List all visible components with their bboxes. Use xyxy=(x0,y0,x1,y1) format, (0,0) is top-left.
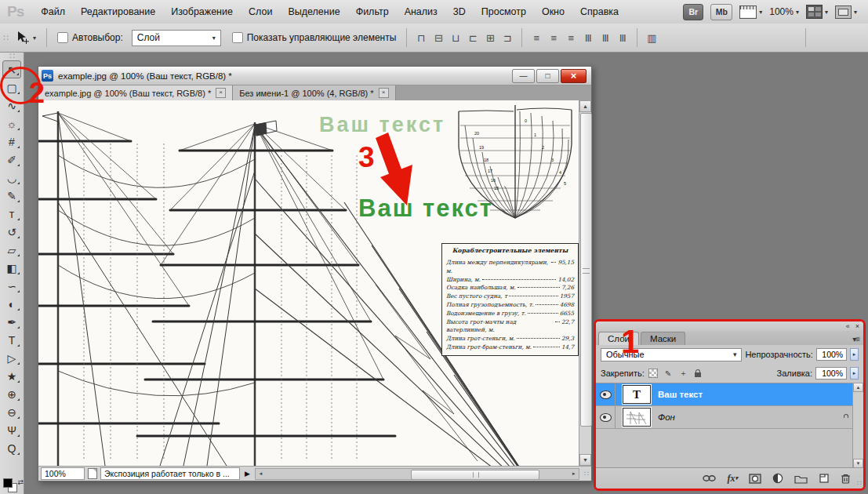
launch-bridge-button[interactable]: Br xyxy=(683,4,703,20)
eye-icon[interactable] xyxy=(600,390,612,399)
eraser-tool[interactable]: ▱ xyxy=(2,241,21,259)
scroll-left-icon[interactable]: ◂ xyxy=(256,469,266,479)
layer-row-text[interactable]: T Ваш текст xyxy=(596,383,852,406)
horizontal-scrollbar[interactable]: ◂ ▸ xyxy=(255,468,579,480)
new-group-icon[interactable] xyxy=(794,474,808,484)
document-tab-example[interactable]: example.jpg @ 100% (Ваш текст, RGB/8) * … xyxy=(38,85,233,100)
view-extras-dropdown[interactable]: ▾ xyxy=(739,5,762,19)
scroll-down-icon[interactable]: ▼ xyxy=(579,454,591,466)
delete-layer-icon[interactable] xyxy=(841,473,851,484)
dodge-tool[interactable]: ◐ xyxy=(2,295,21,313)
arrange-documents-dropdown[interactable]: ▾ xyxy=(806,5,828,19)
align-right-edges-icon[interactable]: ⊐ xyxy=(499,30,515,45)
close-button[interactable]: × xyxy=(561,69,587,83)
layer-style-icon[interactable]: fx▾ xyxy=(727,473,738,485)
distribute-bottom-edges-icon[interactable]: ≡ xyxy=(563,30,579,45)
eyedropper-tool[interactable]: ✐ xyxy=(2,151,21,169)
visibility-cell[interactable] xyxy=(596,383,616,405)
scroll-up-icon[interactable]: ▲ xyxy=(579,100,591,112)
zoom-level-dropdown[interactable]: 100% ▾ xyxy=(769,6,799,17)
opacity-field[interactable]: 100% xyxy=(816,348,847,361)
zoom-tool[interactable]: Q xyxy=(2,439,21,457)
panel-grip-icon[interactable]: ∷ xyxy=(0,53,24,59)
distribute-vertical-centers-icon[interactable]: ≡ xyxy=(546,30,561,45)
launch-mini-bridge-button[interactable]: Mb xyxy=(710,4,732,20)
color-swatches[interactable]: ⇄ xyxy=(3,478,22,494)
quick-selection-tool[interactable]: ☼ xyxy=(2,114,21,133)
pen-tool[interactable]: ✒ xyxy=(2,313,21,331)
current-tool-preset[interactable]: ▾ xyxy=(16,31,36,45)
opacity-spinner-icon[interactable]: ▸ xyxy=(850,348,859,361)
align-horizontal-centers-icon[interactable]: ⊞ xyxy=(482,30,498,45)
3d-rotate-tool[interactable]: ⊕ xyxy=(2,385,21,403)
lock-position-icon[interactable]: ＋ xyxy=(677,368,689,380)
type-tool[interactable]: T xyxy=(2,331,21,349)
align-vertical-centers-icon[interactable]: ⊟ xyxy=(430,30,446,45)
link-layers-icon[interactable] xyxy=(703,474,716,482)
screen-mode-dropdown[interactable]: ▾ xyxy=(835,5,857,19)
gradient-tool[interactable]: ◧ xyxy=(2,259,21,277)
resize-grip-icon[interactable]: ∷ xyxy=(584,470,589,478)
document-tab-untitled[interactable]: Без имени-1 @ 100% (4, RGB/8) * × xyxy=(233,85,395,100)
auto-select-checkbox[interactable]: Автовыбор: xyxy=(57,32,123,43)
new-layer-icon[interactable] xyxy=(819,473,830,484)
background-layer-thumbnail[interactable] xyxy=(623,408,651,427)
fill-field[interactable]: 100% xyxy=(815,367,847,380)
panel-resize-grip-icon[interactable]: ∷ xyxy=(857,479,862,487)
align-bottom-edges-icon[interactable]: ⊔ xyxy=(448,30,463,45)
distribute-left-edges-icon[interactable]: Ⅲ xyxy=(580,30,596,45)
lock-image-pixels-icon[interactable]: ✎ xyxy=(663,368,674,380)
menu-item[interactable]: Редактирование xyxy=(73,0,163,24)
align-top-edges-icon[interactable]: ⊓ xyxy=(413,30,429,45)
menu-item[interactable]: Изображение xyxy=(163,0,241,24)
menu-item[interactable]: Окно xyxy=(534,0,572,24)
layer-name[interactable]: Ваш текст xyxy=(658,390,703,399)
path-selection-tool[interactable]: ▷ xyxy=(2,349,21,367)
menu-item[interactable]: Анализ xyxy=(397,0,445,24)
fill-spinner-icon[interactable]: ▸ xyxy=(850,367,859,380)
scroll-right-icon[interactable]: ▸ xyxy=(568,469,579,479)
lock-all-icon[interactable] xyxy=(692,368,704,380)
3d-orbit-tool[interactable]: ⊖ xyxy=(2,403,21,421)
vertical-scrollbar[interactable]: ▲ ▼ xyxy=(579,100,591,466)
menu-item[interactable]: Справка xyxy=(572,0,626,24)
auto-align-layers-button[interactable]: ▥ xyxy=(644,30,659,45)
status-flyout-icon[interactable]: ▶ xyxy=(245,470,250,478)
auto-select-target-dropdown[interactable]: Слой ▾ xyxy=(132,30,221,46)
adjustment-layer-icon[interactable] xyxy=(772,473,783,484)
clone-stamp-tool[interactable]: т xyxy=(2,205,21,223)
scroll-up-icon[interactable]: ▲ xyxy=(853,383,863,392)
eye-icon[interactable] xyxy=(600,413,612,422)
brush-tool[interactable]: ✎ xyxy=(2,187,21,205)
maximize-button[interactable]: □ xyxy=(536,69,559,83)
status-zoom-field[interactable]: 100% xyxy=(41,467,85,480)
visibility-cell[interactable] xyxy=(596,406,616,428)
distribute-horizontal-centers-icon[interactable]: Ⅲ xyxy=(597,30,613,45)
foreground-color-swatch[interactable] xyxy=(3,478,13,488)
tab-close-icon[interactable]: × xyxy=(379,88,389,98)
healing-brush-tool[interactable]: ◡ xyxy=(2,169,21,187)
layers-scrollbar[interactable]: ▲ ▼ xyxy=(852,383,863,468)
align-left-edges-icon[interactable]: ⊏ xyxy=(465,30,481,45)
minimize-button[interactable]: — xyxy=(512,69,535,83)
canvas[interactable]: 0 1 2 3 4 5 20 19 18 17 16 15 Ваш xyxy=(38,100,579,466)
tab-masks[interactable]: Маски xyxy=(641,332,685,345)
collapse-panel-icon[interactable]: « xyxy=(846,322,850,330)
tab-close-icon[interactable]: × xyxy=(216,88,226,98)
menu-item[interactable]: Слои xyxy=(241,0,280,24)
panel-grip-icon[interactable]: ∷ xyxy=(3,35,8,41)
custom-shape-tool[interactable]: ★ xyxy=(2,367,21,385)
menu-item[interactable]: 3D xyxy=(445,0,474,24)
menu-item[interactable]: Просмотр xyxy=(474,0,534,24)
vertical-scroll-thumb[interactable] xyxy=(580,113,592,427)
layer-row-background[interactable]: Фон xyxy=(596,406,852,429)
menu-item[interactable]: Выделение xyxy=(280,0,347,24)
distribute-top-edges-icon[interactable]: ≡ xyxy=(528,30,544,45)
history-brush-tool[interactable]: ↺ xyxy=(2,223,21,241)
menu-item[interactable]: Фильтр xyxy=(348,0,397,24)
close-panel-icon[interactable]: × xyxy=(855,322,859,330)
menu-item[interactable]: Файл xyxy=(33,0,73,24)
swap-colors-icon[interactable]: ⇄ xyxy=(17,478,24,486)
add-layer-mask-icon[interactable] xyxy=(749,474,761,484)
show-transform-controls-checkbox[interactable]: Показать управляющие элементы xyxy=(232,32,397,43)
